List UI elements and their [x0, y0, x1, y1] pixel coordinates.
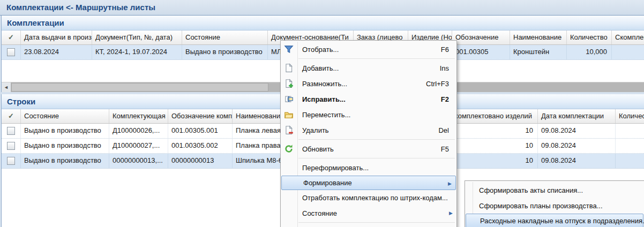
table-cell: 09.08.2024 — [538, 124, 616, 138]
menu-item-label: Удалить — [302, 126, 329, 134]
menu-item-refresh[interactable]: Обновить F5 — [281, 141, 456, 157]
menu-item-label: Добавить... — [302, 64, 339, 72]
filter-icon — [284, 44, 294, 54]
menu-item-label: Переместить... — [302, 111, 350, 119]
table-cell: Выдано в производство — [21, 124, 109, 138]
menu-item-label: Состояние — [302, 209, 337, 217]
menu-item-move[interactable]: Переместить... — [281, 107, 456, 123]
column-header[interactable]: Обозначение комп — [168, 109, 233, 123]
menu-item-label: Размножить... — [302, 80, 347, 88]
column-header[interactable]: Скомплектовано — [612, 31, 644, 44]
row-checkbox[interactable] — [7, 157, 15, 165]
menu-item-formirovanie[interactable]: Формирование ▶ — [281, 176, 456, 190]
submenu-item-plans[interactable]: Сформировать планы производства... — [465, 198, 644, 214]
refresh-icon — [284, 144, 294, 154]
duplicate-page-icon — [284, 79, 294, 88]
table-cell: КТ, 2024-1, 19.07.2024 — [92, 45, 182, 59]
table-cell — [612, 45, 644, 59]
table-cell — [616, 154, 644, 168]
column-header[interactable]: Обозначение — [452, 31, 510, 44]
column-header[interactable]: Количество — [567, 31, 612, 44]
table-cell: 10,000 — [567, 45, 612, 59]
column-header[interactable]: Количество — [616, 109, 644, 123]
row-check-cell — [2, 154, 21, 168]
row-checkbox[interactable] — [7, 48, 15, 56]
title-bar: Комплектации <- Маршрутные листы — [0, 0, 644, 16]
app-window: Комплектации <- Маршрутные листы Комплек… — [0, 0, 644, 227]
menu-item-label: Отобрать... — [302, 46, 339, 54]
context-menu: Отобрать... F6 Добавить... Ins Размножит… — [280, 40, 457, 227]
column-header[interactable]: Комплектующая — [109, 109, 168, 123]
move-folder-icon — [284, 110, 294, 119]
column-header[interactable]: Состояние — [21, 109, 109, 123]
edit-page-icon — [284, 94, 294, 104]
menu-separator — [281, 221, 456, 224]
menu-shortcut: F6 — [441, 46, 456, 54]
delete-page-icon — [284, 125, 294, 135]
table-cell: 09.08.2024 — [538, 154, 616, 168]
submenu-arrow-icon: ▶ — [449, 210, 453, 216]
row-check-cell — [2, 139, 21, 153]
menu-item-label: Сформировать планы производства... — [479, 202, 603, 210]
table-cell: Выдано в производство — [182, 45, 268, 59]
scroll-left-icon[interactable]: ◄ — [2, 82, 11, 92]
column-header[interactable]: Дата комплектации — [538, 109, 616, 123]
table-cell: Выдано в производство — [21, 154, 109, 168]
table-cell: 09.08.2024 — [538, 139, 616, 153]
table-cell: Д100000027,... — [109, 139, 168, 153]
table-cell: 001.00305.002 — [168, 139, 233, 153]
menu-item-label: Исправить... — [302, 95, 346, 103]
row-check-cell — [2, 45, 21, 59]
menu-shortcut: Ctrl+F3 — [426, 80, 456, 88]
submenu-item-invoices[interactable]: Расходные накладные на отпуск в подразде… — [466, 214, 643, 227]
menu-shortcut: F5 — [441, 145, 456, 153]
menu-item-delete[interactable]: Удалить Del — [281, 123, 456, 138]
row-check-cell — [2, 124, 21, 138]
formirovanie-submenu: Сформировать акты списания... Сформирова… — [465, 180, 644, 227]
menu-item-add[interactable]: Добавить... Ins — [281, 60, 456, 76]
column-header[interactable]: Состояние — [182, 31, 268, 44]
submenu-item-acts[interactable]: Сформировать акты списания... — [465, 183, 644, 198]
menu-item-label: Обновить — [302, 145, 334, 153]
column-header[interactable]: Дата выдачи в произ — [21, 31, 92, 44]
menu-shortcut: F2 — [441, 95, 456, 103]
table-cell — [616, 139, 644, 153]
column-header[interactable]: Наименование — [510, 31, 567, 44]
table-cell: 001.00305 — [452, 45, 510, 59]
table-cell: Выдано в производство — [21, 139, 109, 153]
row-checkbox[interactable] — [7, 142, 15, 150]
menu-item-label: Переформировать... — [302, 164, 369, 172]
menu-item-filter[interactable]: Отобрать... F6 — [281, 42, 456, 57]
column-header[interactable]: Документ(Тип, №, дата) — [92, 31, 182, 44]
add-page-icon — [284, 63, 294, 73]
table-cell: Кронштейн — [510, 45, 567, 59]
menu-shortcut: Ins — [440, 64, 456, 72]
select-all-check-icon[interactable]: ✓ — [2, 109, 21, 123]
table-cell: 00000000013 — [168, 154, 233, 168]
row-checkbox[interactable] — [7, 127, 15, 135]
table-cell: 001.00305.001 — [168, 124, 233, 138]
menu-item-label: Формирование — [303, 179, 352, 187]
menu-item-label: Отработать комплектацию по штрих-кодам..… — [302, 194, 448, 202]
menu-item-barcode[interactable]: Отработать комплектацию по штрих-кодам..… — [281, 190, 456, 206]
menu-item-label: Расходные накладные на отпуск в подразде… — [480, 217, 644, 225]
menu-item-duplicate[interactable]: Размножить... Ctrl+F3 — [281, 76, 456, 92]
scrollbar-thumb[interactable] — [11, 83, 268, 92]
menu-item-edit[interactable]: Исправить... F2 — [281, 92, 456, 107]
menu-shortcut: Del — [438, 126, 456, 134]
table-cell: 00000000013,... — [109, 154, 168, 168]
table-cell: 23.08.2024 — [21, 45, 92, 59]
menu-item-state[interactable]: Состояние ▶ — [281, 206, 456, 221]
table-cell — [616, 124, 644, 138]
menu-item-reform[interactable]: Переформировать... — [281, 160, 456, 176]
panel-title: Комплектации — [2, 16, 644, 27]
select-all-check-icon[interactable]: ✓ — [2, 31, 21, 44]
breadcrumb-title: Комплектации <- Маршрутные листы — [6, 3, 155, 12]
table-cell: Д100000026,... — [109, 124, 168, 138]
submenu-arrow-icon: ▶ — [448, 181, 452, 186]
panel-komplektacii-header: Комплектации — [2, 16, 644, 31]
menu-item-label: Сформировать акты списания... — [479, 186, 583, 194]
